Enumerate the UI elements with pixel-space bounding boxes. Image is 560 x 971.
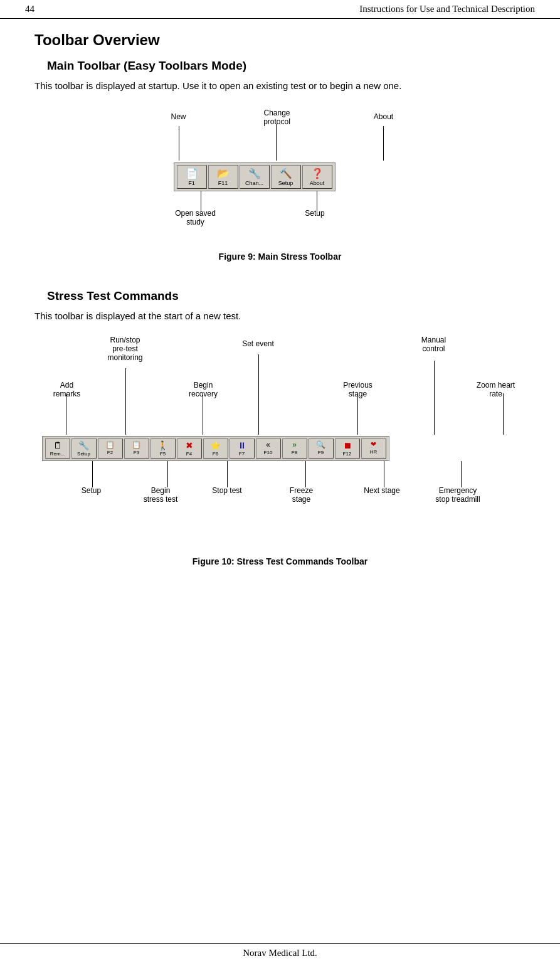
set-event-icon: ⭐ [210,440,221,450]
zoom-heart-rate-icon: ❤ [371,440,376,448]
run-stop-icon: 📋 [105,440,115,449]
begin-stress-icon: 📋 [132,440,141,449]
toolbar-btn-f5[interactable]: 🚶 F5 [151,438,176,459]
callout-change-protocol: Changeprotocol [258,109,296,126]
subsection1-description: This toolbar is displayed at startup. Us… [34,79,526,93]
next-stage-icon: » [292,440,297,449]
callout-zoom-heart-rate: Zoom heartrate [473,381,519,398]
remarks-icon: 🗒 [53,440,62,450]
toolbar-btn-setup[interactable]: 🔨 Setup [271,165,301,189]
callout-set-event: Set event [236,339,280,348]
callout-setup-bottom: Setup [76,486,107,495]
callout-freeze-stage: Freezestage [282,486,321,504]
stress-test-toolbar: 🗒 Rem... 🔧 Setup 📋 F2 📋 F3 🚶 F5 [42,436,389,461]
toolbar-btn-f6[interactable]: ⭐ F6 [203,438,228,459]
toolbar-btn-f7[interactable]: ⏸ F7 [230,438,255,459]
figure9-container: New Changeprotocol About 📄 F1 📂 F11 🔧 [34,106,526,274]
toolbar-btn-f4[interactable]: ✖ F4 [177,438,202,459]
setup-icon: 🔨 [280,167,292,179]
subsection1-title: Main Toolbar (Easy Toolbars Mode) [47,59,526,73]
callout-begin-stress: Beginstress test [140,486,181,504]
toolbar-btn-f1[interactable]: 📄 F1 [177,165,207,189]
callout-next-stage: Next stage [362,486,403,495]
manual-control-icon: 🔍 [316,440,325,449]
callout-begin-recovery: Beginrecovery [183,381,224,398]
toolbar-btn-f8[interactable]: » F8 [282,438,307,459]
toolbar-btn-hr[interactable]: ❤ HR [361,438,386,459]
subsection2-description: This toolbar is displayed at the start o… [34,309,526,324]
stop-test-icon: ✖ [186,440,193,450]
toolbar-btn-chan[interactable]: 🔧 Chan... [240,165,270,189]
new-icon: 📄 [186,167,198,179]
begin-recovery-icon: 🚶 [157,440,168,450]
callout-new: New [166,112,191,121]
toolbar-btn-about[interactable]: ❓ About [302,165,332,189]
toolbar-btn-f3[interactable]: 📋 F3 [124,438,149,459]
subsection2-title: Stress Test Commands [47,289,526,303]
callout-emergency-stop: Emergencystop treadmill [435,486,482,504]
callout-setup: Setup [298,209,332,218]
page-number: 44 [25,4,34,14]
figure9-caption: Figure 9: Main Stress Toolbar [219,252,342,262]
main-toolbar: 📄 F1 📂 F11 🔧 Chan... 🔨 Setup ❓ Abo [174,162,335,191]
freeze-stage-icon: ⏸ [238,440,246,450]
emergency-stop-icon: ⏹ [343,440,352,450]
footer-text: Norav Medical Ltd. [243,948,317,958]
callout-previous-stage: Previousstage [337,381,379,398]
previous-stage-icon: « [266,440,270,449]
page-header: 44 Instructions for Use and Technical De… [0,0,560,19]
callout-open-saved: Open savedstudy [171,209,221,226]
toolbar-btn-remarks[interactable]: 🗒 Rem... [45,438,70,459]
callout-add-remarks: Addremarks [48,381,86,398]
toolbar-btn-f12[interactable]: ⏹ F12 [335,438,360,459]
about-icon: ❓ [311,167,324,179]
figure10-caption: Figure 10: Stress Test Commands Toolbar [193,556,368,566]
section-title: Toolbar Overview [34,31,526,49]
toolbar-btn-f9[interactable]: 🔍 F9 [309,438,334,459]
open-saved-icon: 📂 [217,167,230,179]
figure10-diagram: Run/stoppre-testmonitoring Set event Man… [42,336,519,549]
page-content: Toolbar Overview Main Toolbar (Easy Tool… [0,25,560,610]
toolbar-btn-f10[interactable]: « F10 [256,438,281,459]
toolbar-btn-f11[interactable]: 📂 F11 [208,165,238,189]
page-footer: Norav Medical Ltd. [0,943,560,958]
callout-about: About [368,112,399,121]
callout-run-stop: Run/stoppre-testmonitoring [103,336,147,362]
change-protocol-icon: 🔧 [248,167,261,179]
setup2-icon: 🔧 [78,440,89,450]
figure10-container: Run/stoppre-testmonitoring Set event Man… [34,336,526,579]
toolbar-btn-f2[interactable]: 📋 F2 [98,438,123,459]
callout-stop-test: Stop test [207,486,248,495]
toolbar-btn-setup2[interactable]: 🔧 Setup [71,438,97,459]
callout-manual-control: Manualcontrol [412,336,456,353]
header-title: Instructions for Use and Technical Descr… [359,4,535,14]
figure9-diagram: New Changeprotocol About 📄 F1 📂 F11 🔧 [98,106,462,244]
